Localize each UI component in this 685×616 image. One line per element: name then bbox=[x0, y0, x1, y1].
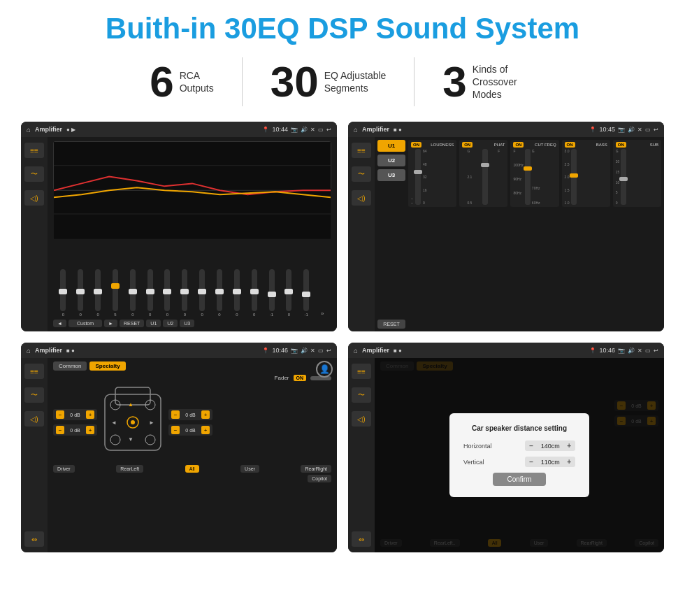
preset-reset[interactable]: RESET bbox=[377, 320, 405, 329]
back-icon-4[interactable]: ↩ bbox=[654, 348, 658, 354]
svg-point-10 bbox=[110, 435, 120, 445]
stat-crossover-label: Kinds ofCrossover Modes bbox=[473, 63, 535, 101]
svg-text:▲: ▲ bbox=[128, 401, 134, 408]
db-minus-bl[interactable]: − bbox=[56, 426, 64, 434]
app-title-1: Amplifier bbox=[35, 126, 62, 133]
spk-icon-3[interactable]: ◁) bbox=[24, 411, 44, 427]
wave-icon-4[interactable]: 〜 bbox=[352, 387, 371, 403]
db-control-br: − 0 dB + bbox=[168, 424, 212, 436]
time-3: 10:46 bbox=[272, 347, 288, 354]
slider-80[interactable]: 0 bbox=[147, 269, 153, 317]
db-minus-tr[interactable]: − bbox=[171, 410, 180, 419]
all-btn[interactable]: All bbox=[185, 465, 199, 473]
wave-icon-2[interactable]: 〜 bbox=[352, 166, 371, 182]
wave-icon[interactable]: 〜 bbox=[24, 166, 44, 182]
spk-icon-2[interactable]: ◁) bbox=[352, 190, 371, 206]
slider-32[interactable]: 0 bbox=[78, 269, 83, 317]
db-plus-tl[interactable]: + bbox=[86, 410, 94, 419]
db-plus-tr[interactable]: + bbox=[201, 410, 210, 419]
preset-u2[interactable]: U2 bbox=[377, 155, 405, 166]
slider-100[interactable]: 0 bbox=[164, 269, 170, 317]
home-icon-1[interactable]: ⌂ bbox=[27, 126, 31, 134]
arrows-icon-4[interactable]: ⇔ bbox=[352, 531, 371, 547]
copilot-btn[interactable]: Copilot bbox=[308, 475, 331, 482]
time-2: 10:45 bbox=[599, 126, 615, 133]
vertical-control: − 110cm + bbox=[525, 457, 575, 467]
screen4-content: ≡≡ 〜 ◁) ⇔ Common Specialty bbox=[348, 358, 664, 552]
db-minus-tl[interactable]: − bbox=[56, 410, 64, 419]
user-icon-3[interactable]: 👤 bbox=[316, 361, 333, 378]
db-plus-br[interactable]: + bbox=[201, 426, 210, 434]
slider-250[interactable]: 0 bbox=[234, 269, 240, 317]
slider-200[interactable]: 0 bbox=[217, 269, 222, 317]
db-control-tr: − 0 dB + bbox=[168, 409, 212, 420]
camera-icon-4: 📷 bbox=[618, 348, 625, 354]
vertical-value: 110cm bbox=[536, 459, 564, 466]
more-icon[interactable]: » bbox=[321, 310, 324, 317]
eq-icon-4[interactable]: ≡≡ bbox=[352, 364, 371, 379]
slider-400[interactable]: -1 bbox=[269, 269, 275, 317]
page-title: Buith-in 30EQ DSP Sound System bbox=[21, 13, 664, 45]
svg-point-11 bbox=[145, 435, 155, 445]
slider-50[interactable]: 5 bbox=[113, 269, 118, 317]
camera-icon-3: 📷 bbox=[291, 348, 298, 354]
user-btn[interactable]: User bbox=[240, 465, 259, 473]
slider-160[interactable]: 0 bbox=[199, 269, 205, 317]
volume-icon-4: 🔊 bbox=[628, 348, 635, 354]
stat-rca-number: 6 bbox=[150, 60, 173, 103]
location-icon-2: 📍 bbox=[589, 127, 596, 133]
next-btn[interactable]: ► bbox=[104, 320, 117, 327]
home-icon-3[interactable]: ⌂ bbox=[27, 347, 31, 354]
rearright-btn[interactable]: RearRight bbox=[301, 465, 331, 473]
u3-btn[interactable]: U3 bbox=[180, 320, 194, 327]
tab-row-3: Common Specialty bbox=[53, 361, 331, 371]
back-icon-1[interactable]: ↩ bbox=[326, 127, 331, 133]
db-plus-bl[interactable]: + bbox=[86, 426, 94, 434]
u2-btn[interactable]: U2 bbox=[163, 320, 178, 327]
camera-icon-1: 📷 bbox=[291, 127, 298, 133]
slider-25[interactable]: 0 bbox=[60, 269, 66, 317]
eq-icon-2[interactable]: ≡≡ bbox=[352, 143, 371, 158]
tab-specialty-3[interactable]: Specialty bbox=[89, 361, 125, 371]
wave-icon-3[interactable]: 〜 bbox=[24, 387, 44, 403]
slider-63[interactable]: 0 bbox=[130, 269, 136, 317]
back-icon-2[interactable]: ↩ bbox=[654, 127, 658, 133]
preset-u1[interactable]: U1 bbox=[377, 140, 405, 152]
db-value-tl: 0 dB bbox=[66, 413, 84, 417]
vertical-plus[interactable]: + bbox=[567, 458, 571, 466]
fader-on[interactable]: ON bbox=[294, 375, 307, 381]
tab-common-3[interactable]: Common bbox=[53, 361, 87, 371]
rearleft-btn[interactable]: RearLeft bbox=[116, 465, 143, 473]
u1-btn[interactable]: U1 bbox=[146, 320, 161, 327]
x-icon-4: ✕ bbox=[637, 348, 642, 354]
channel-sub: ON SUB G20151050 bbox=[613, 140, 661, 207]
time-1: 10:44 bbox=[272, 126, 288, 133]
slider-125[interactable]: 0 bbox=[182, 269, 187, 317]
speaker-icon[interactable]: ◁) bbox=[24, 190, 44, 206]
home-icon-2[interactable]: ⌂ bbox=[354, 126, 358, 134]
volume-icon-3: 🔊 bbox=[301, 348, 308, 354]
slider-500[interactable]: 0 bbox=[286, 269, 291, 317]
confirm-button[interactable]: Confirm bbox=[493, 473, 545, 486]
driver-btn[interactable]: Driver bbox=[53, 465, 75, 473]
slider-320[interactable]: 0 bbox=[252, 269, 257, 317]
eq-icon-3[interactable]: ≡≡ bbox=[24, 364, 44, 379]
back-icon-3[interactable]: ↩ bbox=[326, 348, 331, 354]
spk-icon-4[interactable]: ◁) bbox=[352, 411, 371, 427]
slider-40[interactable]: 0 bbox=[95, 269, 101, 317]
vertical-minus[interactable]: − bbox=[529, 458, 533, 466]
copilot-row: Copilot bbox=[53, 475, 331, 482]
horizontal-control: − 140cm + bbox=[525, 440, 575, 451]
db-minus-br[interactable]: − bbox=[171, 426, 180, 434]
horizontal-plus[interactable]: + bbox=[567, 442, 571, 450]
horizontal-minus[interactable]: − bbox=[529, 442, 533, 450]
slider-630[interactable]: -1 bbox=[303, 269, 309, 317]
reset-btn[interactable]: RESET bbox=[120, 320, 144, 327]
prev-btn[interactable]: ◄ bbox=[53, 320, 66, 327]
home-icon-4[interactable]: ⌂ bbox=[354, 347, 358, 354]
volume-icon-1: 🔊 bbox=[301, 127, 308, 133]
equalizer-icon[interactable]: ≡≡ bbox=[24, 143, 44, 158]
arrows-icon-3[interactable]: ⇔ bbox=[24, 531, 44, 547]
channel-phat: ON PHAT G2.10.5 bbox=[459, 140, 507, 207]
preset-u3[interactable]: U3 bbox=[377, 169, 405, 181]
